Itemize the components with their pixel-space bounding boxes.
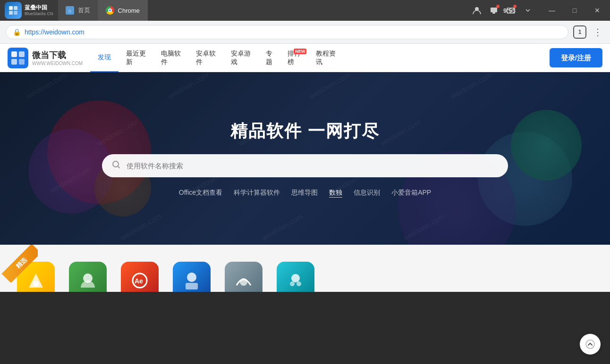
logo-main-text: 微当下载 — [32, 50, 83, 61]
logo-icon — [8, 48, 28, 68]
home-tab-icon: ⌂ — [66, 6, 74, 15]
search-box[interactable] — [102, 154, 508, 177]
svg-rect-9 — [19, 51, 25, 57]
svg-rect-11 — [19, 59, 25, 65]
title-bar: 蓝叠中国 BlueStacks CN ⌂ 首页 Chrome 9:53 — [0, 0, 610, 21]
nav-item-rankings[interactable]: 排行榜 NEW — [280, 44, 308, 72]
logo-sub-text: WWW.WEIDOWN.COM — [32, 61, 83, 66]
svg-point-23 — [297, 281, 301, 286]
svg-rect-2 — [9, 11, 13, 15]
bluestacks-label: 蓝叠中国 BlueStacks CN — [25, 4, 53, 16]
app-icon-4[interactable] — [173, 262, 211, 292]
mail-icon[interactable] — [504, 4, 517, 17]
browser-chrome: 🔒 https://weidown.com 1 ⋮ — [0, 21, 610, 44]
bluestacks-logo[interactable]: 蓝叠中国 BlueStacks CN — [0, 2, 58, 19]
svg-rect-5 — [491, 8, 497, 12]
close-button[interactable]: ✕ — [586, 3, 608, 18]
chrome-icon — [106, 6, 114, 15]
logo-text-area: 微当下载 WWW.WEIDOWN.COM — [32, 50, 83, 66]
bluestacks-icon — [5, 2, 22, 19]
svg-point-18 — [187, 273, 196, 282]
tab-home[interactable]: ⌂ 首页 — [58, 0, 98, 21]
browser-menu-icon[interactable]: ⋮ — [591, 25, 604, 40]
nav-item-discover[interactable]: 发现 — [90, 44, 119, 72]
search-tag-sudoku[interactable]: 数独 — [329, 189, 342, 198]
new-badge: NEW — [294, 49, 306, 54]
app-icon-2[interactable] — [69, 262, 107, 292]
dropdown-icon[interactable] — [521, 4, 534, 17]
nav-item-android-games[interactable]: 安卓游戏 — [223, 44, 258, 72]
app-row: Ae — [9, 254, 601, 292]
login-button[interactable]: 登录/注册 — [550, 48, 602, 67]
svg-rect-6 — [492, 12, 495, 14]
maximize-button[interactable]: □ — [564, 3, 585, 18]
address-bar[interactable]: 🔒 https://weidown.com — [6, 25, 568, 39]
hero-title: 精品软件 一网打尽 — [230, 120, 380, 143]
svg-point-20 — [240, 278, 247, 286]
search-tag-calculator[interactable]: 科学计算器软件 — [234, 189, 280, 198]
svg-rect-19 — [186, 283, 198, 290]
featured-badge: 精选 — [0, 245, 38, 282]
tab-home-label: 首页 — [78, 6, 90, 15]
minimize-button[interactable]: — — [541, 3, 563, 18]
search-tag-info[interactable]: 信息识别 — [354, 189, 380, 198]
nav-item-recent[interactable]: 最近更新 — [119, 44, 153, 72]
svg-point-21 — [291, 274, 300, 282]
url-text: https://weidown.com — [25, 28, 561, 36]
tab-chrome-label: Chrome — [118, 7, 140, 14]
svg-rect-10 — [11, 59, 17, 65]
svg-rect-1 — [14, 6, 17, 10]
nav-item-android-software[interactable]: 安卓软件 — [188, 44, 223, 72]
search-input[interactable] — [127, 162, 499, 170]
tab-chrome[interactable]: Chrome — [98, 0, 148, 21]
svg-rect-3 — [14, 11, 17, 15]
search-tag-office[interactable]: Office文档查看 — [179, 189, 222, 198]
nav-item-tutorials[interactable]: 教程资讯 — [308, 44, 343, 72]
svg-point-24 — [586, 340, 594, 348]
tab-count-badge[interactable]: 1 — [573, 25, 586, 39]
svg-text:Ae: Ae — [135, 277, 143, 285]
notification-icon[interactable] — [487, 4, 500, 17]
svg-point-22 — [290, 281, 295, 286]
featured-label: 精选 — [1, 245, 38, 282]
app-icon-6[interactable] — [277, 262, 314, 292]
svg-rect-7 — [507, 8, 515, 13]
search-tags: Office文档查看 科学计算器软件 思维导图 数独 信息识别 小爱音箱APP — [179, 189, 431, 198]
featured-section: 精选 Ae — [0, 245, 610, 292]
search-tag-xiao-ai[interactable]: 小爱音箱APP — [391, 189, 431, 198]
account-icon[interactable] — [470, 4, 483, 17]
hero-banner: weidown.com weidown.com weidown.com weid… — [0, 72, 610, 245]
search-tag-mindmap[interactable]: 思维导图 — [291, 189, 318, 198]
svg-rect-8 — [11, 51, 17, 57]
lock-icon: 🔒 — [13, 28, 21, 36]
nav-items: 发现 最近更新 电脑软件 安卓软件 安卓游戏 专题 排行榜 NEW 教程资讯 — [90, 44, 550, 72]
titlebar-icons — [466, 0, 539, 21]
deco-circle-4 — [511, 110, 582, 181]
window-controls: — □ ✕ — [541, 0, 610, 21]
nav-item-pc-software[interactable]: 电脑软件 — [153, 44, 188, 72]
search-icon — [111, 160, 121, 172]
scroll-up-button[interactable] — [580, 334, 601, 355]
nav-item-topics[interactable]: 专题 — [258, 44, 280, 72]
app-icon-5[interactable] — [225, 262, 263, 292]
site-nav: 微当下载 WWW.WEIDOWN.COM 发现 最近更新 电脑软件 安卓软件 安… — [0, 44, 610, 72]
svg-rect-0 — [9, 6, 13, 10]
app-icon-3[interactable]: Ae — [121, 262, 159, 292]
site-logo[interactable]: 微当下载 WWW.WEIDOWN.COM — [8, 48, 83, 68]
